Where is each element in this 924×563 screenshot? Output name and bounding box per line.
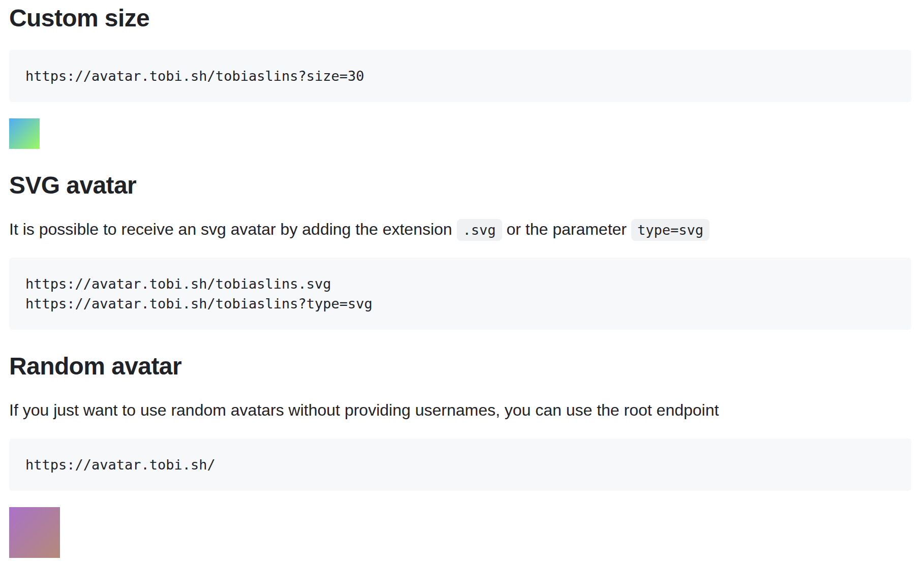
section-random-avatar: Random avatar If you just want to use ra… xyxy=(9,351,911,558)
gradient-avatar-small xyxy=(9,118,40,149)
svg-avatar-heading: SVG avatar xyxy=(9,170,911,201)
code-line-url: https://avatar.tobi.sh/tobiaslins?size=3… xyxy=(25,66,895,86)
inline-code-svg-extension: .svg xyxy=(457,219,502,241)
custom-size-heading: Custom size xyxy=(9,3,911,34)
readme-content: Custom size https://avatar.tobi.sh/tobia… xyxy=(0,0,924,558)
custom-size-code-block: https://avatar.tobi.sh/tobiaslins?size=3… xyxy=(9,50,911,102)
gradient-avatar-large xyxy=(9,507,60,558)
random-avatar-row xyxy=(9,507,911,558)
svg-avatar-intro: It is possible to receive an svg avatar … xyxy=(9,217,911,241)
custom-size-avatar-row xyxy=(9,118,911,149)
code-line-url: https://avatar.tobi.sh/ xyxy=(25,455,895,475)
section-svg-avatar: SVG avatar It is possible to receive an … xyxy=(9,170,911,330)
svg-avatar-intro-text-2: or the parameter xyxy=(506,220,627,238)
inline-code-type-param: type=svg xyxy=(631,219,710,241)
random-avatar-code-block: https://avatar.tobi.sh/ xyxy=(9,439,911,491)
random-avatar-heading: Random avatar xyxy=(9,351,911,382)
svg-avatar-code-block: https://avatar.tobi.sh/tobiaslins.svghtt… xyxy=(9,258,911,330)
section-custom-size: Custom size https://avatar.tobi.sh/tobia… xyxy=(9,3,911,149)
random-avatar-intro: If you just want to use random avatars w… xyxy=(9,398,911,422)
svg-avatar-intro-text-1: It is possible to receive an svg avatar … xyxy=(9,220,452,238)
code-line-url: https://avatar.tobi.sh/tobiaslins?type=s… xyxy=(25,294,895,314)
code-line-url: https://avatar.tobi.sh/tobiaslins.svg xyxy=(25,274,895,294)
